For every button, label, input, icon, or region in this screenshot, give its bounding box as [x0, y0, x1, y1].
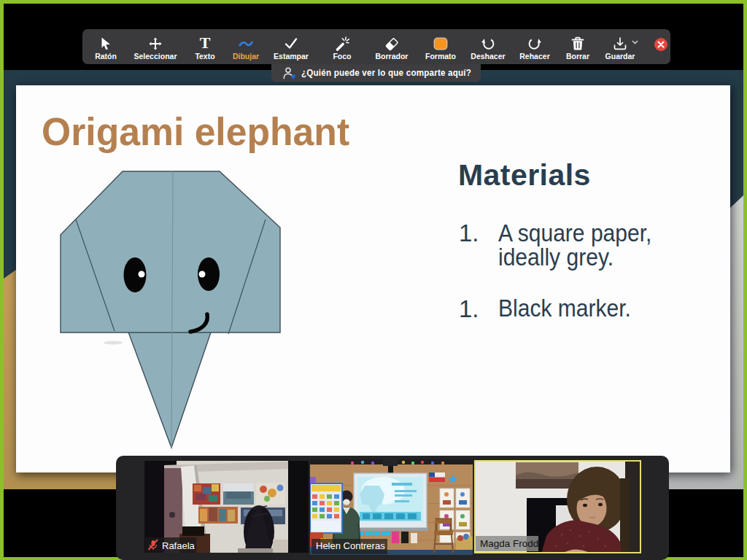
- svg-text:Magda Frodd: Magda Frodd: [480, 538, 538, 549]
- svg-text:Rafaela: Rafaela: [162, 540, 196, 551]
- svg-text:Helen Contreras: Helen Contreras: [316, 540, 385, 551]
